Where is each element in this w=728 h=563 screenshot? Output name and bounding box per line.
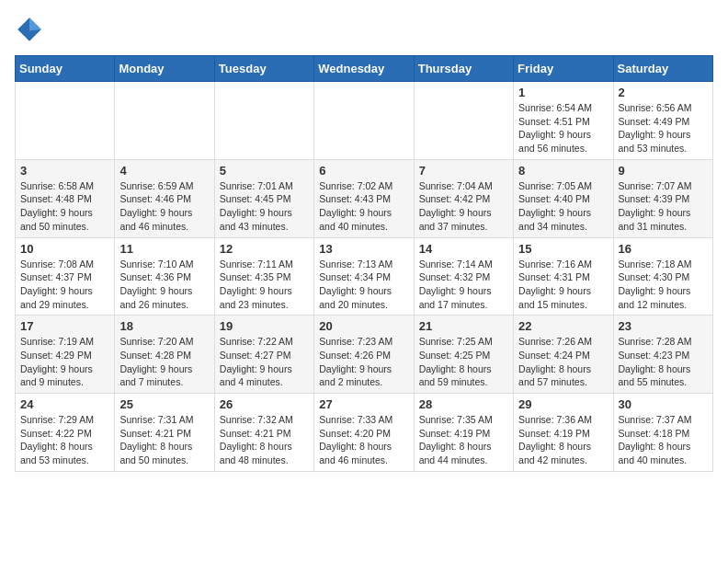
day-info: Sunrise: 7:10 AM Sunset: 4:36 PM Dayligh… [119,258,209,312]
day-cell: 29Sunrise: 7:36 AM Sunset: 4:19 PM Dayli… [514,394,613,472]
day-cell: 22Sunrise: 7:26 AM Sunset: 4:24 PM Dayli… [514,316,613,394]
day-number: 29 [518,397,608,411]
day-header-monday: Monday [115,56,214,82]
day-header-friday: Friday [514,56,613,82]
day-number: 10 [20,242,109,256]
week-row-5: 24Sunrise: 7:29 AM Sunset: 4:22 PM Dayli… [16,394,713,472]
day-info: Sunrise: 7:18 AM Sunset: 4:30 PM Dayligh… [619,258,708,312]
calendar-table: SundayMondayTuesdayWednesdayThursdayFrid… [15,55,713,472]
day-number: 18 [119,319,209,333]
day-number: 12 [220,242,309,256]
day-cell: 3Sunrise: 6:58 AM Sunset: 4:48 PM Daylig… [16,159,115,237]
week-row-3: 10Sunrise: 7:08 AM Sunset: 4:37 PM Dayli… [16,237,713,316]
week-row-2: 3Sunrise: 6:58 AM Sunset: 4:48 PM Daylig… [16,159,713,237]
day-header-tuesday: Tuesday [214,56,313,82]
day-number: 5 [220,164,309,178]
day-cell: 18Sunrise: 7:20 AM Sunset: 4:28 PM Dayli… [115,316,214,394]
day-number: 11 [119,242,209,256]
day-info: Sunrise: 6:58 AM Sunset: 4:48 PM Dayligh… [20,179,109,234]
day-cell [314,82,414,160]
day-info: Sunrise: 7:22 AM Sunset: 4:27 PM Dayligh… [220,335,309,389]
day-cell: 10Sunrise: 7:08 AM Sunset: 4:37 PM Dayli… [16,237,115,316]
day-info: Sunrise: 7:02 AM Sunset: 4:43 PM Dayligh… [319,179,408,234]
day-cell: 21Sunrise: 7:25 AM Sunset: 4:25 PM Dayli… [414,316,513,394]
day-cell: 11Sunrise: 7:10 AM Sunset: 4:36 PM Dayli… [115,237,214,316]
day-info: Sunrise: 7:11 AM Sunset: 4:35 PM Dayligh… [220,258,309,312]
day-number: 13 [319,242,408,256]
day-cell: 15Sunrise: 7:16 AM Sunset: 4:31 PM Dayli… [514,237,613,316]
day-info: Sunrise: 7:26 AM Sunset: 4:24 PM Dayligh… [518,335,608,389]
day-cell [115,82,214,160]
day-number: 4 [119,164,209,178]
logo [15,15,48,44]
day-number: 1 [518,86,608,99]
day-info: Sunrise: 7:36 AM Sunset: 4:19 PM Dayligh… [518,413,608,467]
day-info: Sunrise: 7:16 AM Sunset: 4:31 PM Dayligh… [518,258,608,312]
day-number: 25 [119,397,209,411]
day-info: Sunrise: 6:56 AM Sunset: 4:49 PM Dayligh… [619,101,708,155]
day-info: Sunrise: 7:28 AM Sunset: 4:23 PM Dayligh… [619,335,708,389]
day-cell: 8Sunrise: 7:05 AM Sunset: 4:40 PM Daylig… [514,159,613,237]
day-info: Sunrise: 7:25 AM Sunset: 4:25 PM Dayligh… [419,335,508,389]
svg-marker-1 [29,17,41,30]
day-cell: 25Sunrise: 7:31 AM Sunset: 4:21 PM Dayli… [115,394,214,472]
day-cell [214,82,313,160]
day-cell: 13Sunrise: 7:13 AM Sunset: 4:34 PM Dayli… [314,237,414,316]
day-number: 22 [518,319,608,333]
calendar-header: SundayMondayTuesdayWednesdayThursdayFrid… [16,56,713,82]
day-cell: 19Sunrise: 7:22 AM Sunset: 4:27 PM Dayli… [214,316,313,394]
day-header-sunday: Sunday [16,56,115,82]
day-cell: 5Sunrise: 7:01 AM Sunset: 4:45 PM Daylig… [214,159,313,237]
day-info: Sunrise: 6:59 AM Sunset: 4:46 PM Dayligh… [119,179,209,234]
week-row-4: 17Sunrise: 7:19 AM Sunset: 4:29 PM Dayli… [16,316,713,394]
day-number: 20 [319,319,408,333]
day-number: 28 [419,397,508,411]
day-cell: 26Sunrise: 7:32 AM Sunset: 4:21 PM Dayli… [214,394,313,472]
day-info: Sunrise: 7:07 AM Sunset: 4:39 PM Dayligh… [619,179,708,234]
day-info: Sunrise: 7:32 AM Sunset: 4:21 PM Dayligh… [220,413,309,467]
day-number: 26 [220,397,309,411]
header [15,15,713,44]
day-info: Sunrise: 7:31 AM Sunset: 4:21 PM Dayligh… [119,413,209,467]
day-info: Sunrise: 7:29 AM Sunset: 4:22 PM Dayligh… [20,413,109,467]
day-info: Sunrise: 6:54 AM Sunset: 4:51 PM Dayligh… [518,101,608,155]
day-number: 30 [619,397,708,411]
day-cell: 17Sunrise: 7:19 AM Sunset: 4:29 PM Dayli… [16,316,115,394]
day-number: 17 [20,319,109,333]
day-info: Sunrise: 7:19 AM Sunset: 4:29 PM Dayligh… [20,335,109,389]
day-cell: 14Sunrise: 7:14 AM Sunset: 4:32 PM Dayli… [414,237,513,316]
day-cell: 30Sunrise: 7:37 AM Sunset: 4:18 PM Dayli… [613,394,712,472]
day-cell: 27Sunrise: 7:33 AM Sunset: 4:20 PM Dayli… [314,394,414,472]
day-cell: 1Sunrise: 6:54 AM Sunset: 4:51 PM Daylig… [514,82,613,160]
day-info: Sunrise: 7:33 AM Sunset: 4:20 PM Dayligh… [319,413,408,467]
day-header-saturday: Saturday [613,56,712,82]
day-number: 21 [419,319,508,333]
day-number: 24 [20,397,109,411]
day-cell: 28Sunrise: 7:35 AM Sunset: 4:19 PM Dayli… [414,394,513,472]
day-cell: 16Sunrise: 7:18 AM Sunset: 4:30 PM Dayli… [613,237,712,316]
day-info: Sunrise: 7:08 AM Sunset: 4:37 PM Dayligh… [20,258,109,312]
day-info: Sunrise: 7:35 AM Sunset: 4:19 PM Dayligh… [419,413,508,467]
day-number: 27 [319,397,408,411]
day-info: Sunrise: 7:20 AM Sunset: 4:28 PM Dayligh… [119,335,209,389]
header-row: SundayMondayTuesdayWednesdayThursdayFrid… [16,56,713,82]
day-number: 16 [619,242,708,256]
day-cell: 2Sunrise: 6:56 AM Sunset: 4:49 PM Daylig… [613,82,712,160]
day-cell: 23Sunrise: 7:28 AM Sunset: 4:23 PM Dayli… [613,316,712,394]
day-number: 14 [419,242,508,256]
day-number: 3 [20,164,109,178]
day-header-wednesday: Wednesday [314,56,414,82]
day-info: Sunrise: 7:14 AM Sunset: 4:32 PM Dayligh… [419,258,508,312]
day-cell: 12Sunrise: 7:11 AM Sunset: 4:35 PM Dayli… [214,237,313,316]
week-row-1: 1Sunrise: 6:54 AM Sunset: 4:51 PM Daylig… [16,82,713,160]
day-info: Sunrise: 7:05 AM Sunset: 4:40 PM Dayligh… [518,179,608,234]
day-number: 8 [518,164,608,178]
day-cell: 6Sunrise: 7:02 AM Sunset: 4:43 PM Daylig… [314,159,414,237]
day-header-thursday: Thursday [414,56,513,82]
day-number: 7 [419,164,508,178]
day-cell: 9Sunrise: 7:07 AM Sunset: 4:39 PM Daylig… [613,159,712,237]
day-cell [16,82,115,160]
day-number: 6 [319,164,408,178]
day-cell: 7Sunrise: 7:04 AM Sunset: 4:42 PM Daylig… [414,159,513,237]
day-info: Sunrise: 7:04 AM Sunset: 4:42 PM Dayligh… [419,179,508,234]
